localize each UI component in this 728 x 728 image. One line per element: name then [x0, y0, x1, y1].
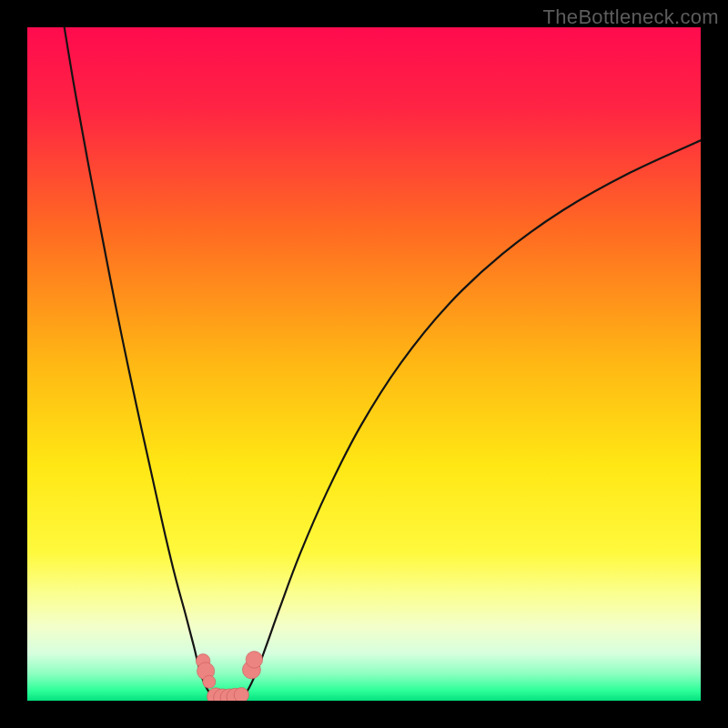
watermark-text: TheBottleneck.com [543, 5, 719, 29]
data-marker [203, 675, 216, 688]
data-marker [234, 688, 248, 701]
chart-frame: TheBottleneck.com [0, 0, 728, 728]
data-marker [246, 652, 263, 669]
chart-canvas [27, 27, 701, 701]
plot-area [27, 27, 701, 701]
